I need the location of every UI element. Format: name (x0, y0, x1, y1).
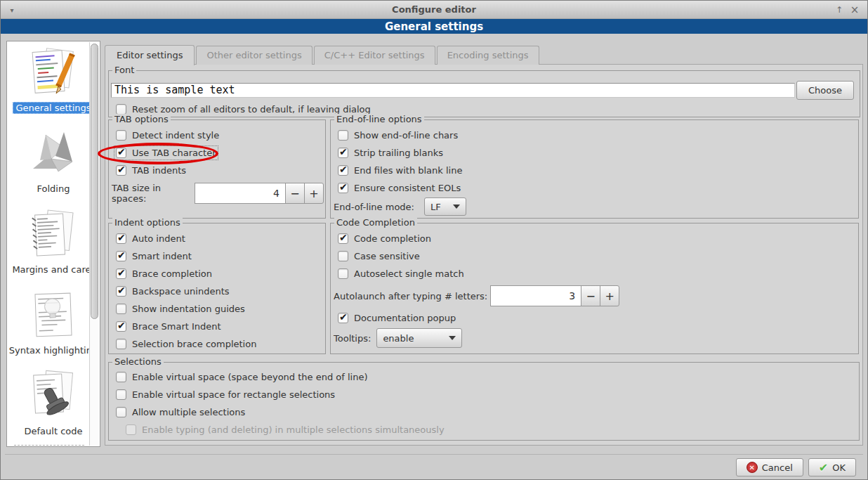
sidebar-item-label: Syntax highlighting (6, 344, 100, 356)
close-icon[interactable]: × (846, 1, 863, 19)
checkbox-icon (338, 268, 348, 279)
eol-options-title: End-of-line options (334, 114, 424, 124)
tab-editor-settings[interactable]: Editor settings (105, 45, 195, 65)
code-completion-title: Code Completion (334, 217, 417, 228)
checkbox-icon (116, 130, 126, 141)
checkbox-label: Code completion (354, 233, 431, 244)
checkbox-enable-virtual-space[interactable]: Enable virtual space (space beyond the e… (109, 368, 859, 386)
checkbox-icon (126, 424, 136, 435)
checkbox-autoselect-single-match[interactable]: Autoselect single match (331, 265, 858, 283)
sidebar-item-general-settings[interactable]: General settings (7, 41, 100, 122)
minus-icon[interactable]: − (581, 285, 600, 306)
indent-options-title: Indent options (112, 217, 183, 228)
checkbox-icon (338, 148, 348, 158)
tab-encoding-settings[interactable]: Encoding settings (437, 46, 539, 65)
sidebar-item-margins-and-caret[interactable]: Margins and caret (7, 203, 100, 284)
stacked-pages-icon (27, 207, 79, 262)
checkbox-virtual-space-rectangle[interactable]: Enable virtual space for rectangle selec… (109, 386, 859, 403)
chevron-down-icon (453, 205, 460, 209)
choose-font-button[interactable]: Choose (796, 81, 854, 100)
tab-options-title: TAB options (112, 114, 171, 124)
tooltips-dropdown[interactable]: enable (376, 328, 462, 348)
checkbox-backspace-unindents[interactable]: Backspace unindents (109, 283, 325, 300)
checkbox-multi-selection-typing: Enable typing (and deleting) in multiple… (109, 421, 859, 439)
chevron-down-icon (449, 336, 456, 340)
checkbox-label: Use TAB character (132, 148, 216, 158)
settings-category-list: General settings Folding (6, 41, 100, 447)
checkbox-documentation-popup[interactable]: Documentation popup (331, 309, 858, 327)
eol-options-group: End-of-line options Show end-of-line cha… (330, 119, 859, 219)
tab-size-label: TAB size in spaces: (112, 183, 189, 204)
checkbox-icon (116, 339, 126, 349)
checkbox-label: Auto indent (132, 233, 185, 244)
autolaunch-label: Autolaunch after typing # letters: (334, 291, 487, 301)
checkbox-end-files-blank-line[interactable]: End files with blank line (331, 162, 858, 179)
tab-size-spinner: 4 − + (195, 183, 324, 204)
sidebar-scrollbar-thumb[interactable] (91, 44, 98, 319)
checkbox-icon (338, 183, 348, 193)
configure-editor-dialog: ▾ Configure editor ↑ × General settings (0, 0, 868, 480)
checkbox-show-eol-chars[interactable]: Show end-of-line chars (331, 127, 858, 144)
eol-mode-dropdown[interactable]: LF (424, 197, 466, 216)
checkbox-label: Brace completion (132, 268, 212, 279)
plus-icon[interactable]: + (304, 183, 324, 204)
checkbox-show-indentation-guides[interactable]: Show indentation guides (109, 300, 325, 318)
checkbox-brace-completion[interactable]: Brace completion (109, 265, 325, 283)
autolaunch-spinner: 3 − + (490, 285, 619, 306)
checkbox-label: End files with blank line (354, 165, 462, 176)
checkbox-smart-indent[interactable]: Smart indent (109, 247, 325, 265)
checkbox-icon (116, 165, 126, 176)
window-menu-icon[interactable]: ▾ (4, 1, 20, 19)
checkbox-strip-trailing-blanks[interactable]: Strip trailing blanks (331, 144, 858, 162)
ok-button[interactable]: ✔ OK (808, 458, 856, 476)
checkbox-icon (116, 148, 126, 158)
checkbox-label: Show end-of-line chars (354, 130, 458, 141)
selections-title: Selections (112, 356, 164, 367)
window-title: Configure editor (392, 4, 476, 15)
checkbox-icon (338, 313, 348, 323)
eol-mode-label: End-of-line mode: (334, 202, 414, 212)
tab-cpp-editor-settings[interactable]: C/C++ Editor settings (314, 46, 435, 65)
checkbox-tab-indents[interactable]: TAB indents (109, 162, 325, 179)
selections-group: Selections Enable virtual space (space b… (108, 362, 860, 441)
checkbox-use-tab-character[interactable]: Use TAB character (109, 144, 325, 162)
indent-options-group: Indent options Auto indent Smart indent … (108, 223, 326, 354)
checkbox-reset-zoom[interactable]: Reset zoom of all editors to default, if… (109, 101, 860, 117)
checkbox-icon (116, 321, 126, 332)
minus-icon[interactable]: − (285, 183, 305, 204)
editor-settings-panel: Font This is sample text Choose Reset zo… (105, 64, 863, 446)
checkbox-detect-indent-style[interactable]: Detect indent style (109, 127, 325, 144)
tab-other-editor-settings[interactable]: Other editor settings (196, 46, 312, 65)
eol-mode-value: LF (430, 202, 441, 212)
checkbox-icon (116, 251, 126, 261)
page-title: General settings (1, 19, 867, 34)
checkbox-label: TAB indents (132, 165, 186, 176)
sidebar-item-folding[interactable]: Folding (7, 122, 100, 203)
titlebar: ▾ Configure editor ↑ × (1, 1, 867, 19)
maximize-icon[interactable]: ↑ (831, 1, 848, 19)
checkbox-code-completion[interactable]: Code completion (331, 230, 858, 247)
cancel-button[interactable]: ✕ Cancel (736, 458, 803, 476)
sidebar-item-syntax-highlighting[interactable]: Syntax highlighting (7, 284, 100, 365)
checkbox-label: Brace Smart Indent (132, 321, 221, 332)
checkbox-label: Ensure consistent EOLs (354, 183, 461, 193)
cancel-button-label: Cancel (762, 462, 793, 473)
checkbox-icon (116, 407, 126, 417)
autolaunch-value[interactable]: 3 (490, 285, 581, 306)
checkbox-brace-smart-indent[interactable]: Brace Smart Indent (109, 318, 325, 335)
tab-size-value[interactable]: 4 (195, 183, 286, 204)
checkbox-label: Smart indent (132, 251, 192, 261)
checkbox-label: Backspace unindents (132, 286, 230, 297)
checkbox-case-sensitive[interactable]: Case sensitive (331, 247, 858, 265)
sidebar-scrollbar[interactable] (89, 42, 99, 446)
checkbox-allow-multiple-selections[interactable]: Allow multiple selections (109, 403, 859, 421)
checkbox-ensure-consistent-eols[interactable]: Ensure consistent EOLs (331, 179, 858, 197)
font-sample-field[interactable]: This is sample text (111, 83, 795, 98)
checkbox-label: Documentation popup (354, 313, 456, 323)
partial-item-divider (14, 445, 84, 446)
checkbox-icon (116, 104, 126, 115)
checkbox-auto-indent[interactable]: Auto indent (109, 230, 325, 247)
plus-icon[interactable]: + (600, 285, 619, 306)
checkbox-selection-brace-completion[interactable]: Selection brace completion (109, 335, 325, 353)
sidebar-item-default-code[interactable]: Default code (7, 365, 100, 446)
